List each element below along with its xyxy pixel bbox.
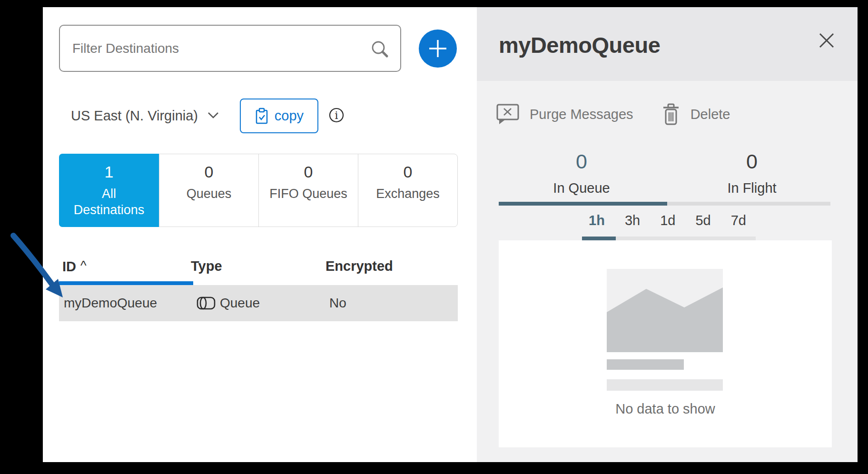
app-screen: US East (N. Virginia) copy i 1 (0, 0, 868, 474)
destination-stat-cards: 1 All Destinations 0 Queues 0 FIFO Queue… (59, 154, 458, 227)
row-encrypted-cell: No (329, 296, 346, 311)
region-label: US East (N. Virginia) (71, 108, 198, 124)
stat-card-exchanges[interactable]: 0 Exchanges (358, 154, 457, 227)
table-row-mydemoqueue[interactable]: myDemoQueue Queue No (59, 285, 458, 321)
region-selector[interactable]: US East (N. Virginia) (71, 105, 219, 127)
info-icon[interactable]: i (328, 107, 345, 124)
stat-label: FIFO Queues (259, 186, 358, 202)
stat-label: Queues (159, 186, 258, 202)
tab-1h[interactable]: 1h (589, 213, 605, 228)
purge-messages-label: Purge Messages (530, 107, 633, 122)
stat-label: Exchanges (358, 186, 457, 202)
stat-tab-in-flight[interactable]: 0 In Flight (657, 149, 847, 196)
stat-count: 0 (259, 162, 358, 182)
no-data-message: No data to show (499, 401, 832, 417)
filter-destinations-field (59, 25, 401, 72)
stat-selection-bar-active (499, 202, 667, 206)
in-flight-value: 0 (657, 149, 847, 174)
close-icon[interactable] (816, 30, 837, 51)
clipboard-check-icon (255, 108, 269, 125)
stat-card-all-destinations[interactable]: 1 All Destinations (59, 154, 159, 227)
tab-7d[interactable]: 7d (731, 213, 746, 228)
stat-tab-in-queue[interactable]: 0 In Queue (486, 149, 677, 196)
tab-1d[interactable]: 1d (660, 213, 675, 228)
stat-selection-bar (499, 202, 830, 206)
column-header-encrypted[interactable]: Encrypted (326, 258, 393, 274)
detail-panel-header: myDemoQueue (477, 7, 858, 81)
row-id-cell: myDemoQueue (64, 296, 157, 311)
console-window: US East (N. Virginia) copy i 1 (43, 7, 858, 462)
stat-count: 1 (59, 162, 159, 182)
tab-3h[interactable]: 3h (625, 213, 640, 228)
chevron-down-icon (207, 112, 219, 119)
trash-icon (662, 102, 680, 126)
in-queue-label: In Queue (486, 180, 677, 196)
search-icon (370, 39, 391, 60)
destinations-table-header: ID^ Type Encrypted (43, 258, 477, 279)
stat-card-fifo-queues[interactable]: 0 FIFO Queues (258, 154, 358, 227)
stat-count: 0 (159, 162, 258, 182)
sorted-column-indicator (59, 281, 193, 285)
purge-messages-button[interactable]: Purge Messages (496, 104, 633, 125)
sort-ascending-icon: ^ (80, 258, 87, 273)
row-type-cell: Queue (220, 296, 260, 311)
column-header-id-label: ID (62, 259, 76, 274)
delete-label: Delete (690, 107, 730, 122)
queue-actions: Purge Messages Delete (496, 102, 730, 126)
column-header-id[interactable]: ID^ (62, 258, 87, 275)
image-placeholder-mountains (607, 269, 723, 352)
queue-metrics-chart: No data to show (499, 240, 832, 447)
copy-button[interactable]: copy (240, 99, 318, 133)
in-flight-label: In Flight (657, 180, 847, 196)
queue-title: myDemoQueue (499, 32, 660, 58)
placeholder-text-bar-dark (607, 359, 684, 370)
stat-card-queues[interactable]: 0 Queues (159, 154, 258, 227)
queue-icon (197, 296, 216, 310)
plus-icon (427, 38, 448, 59)
column-header-type[interactable]: Type (191, 258, 222, 274)
no-data-image-placeholder (607, 269, 723, 352)
stat-count: 0 (358, 162, 457, 182)
filter-destinations-input[interactable] (60, 26, 400, 71)
destinations-panel: US East (N. Virginia) copy i 1 (43, 7, 477, 462)
queue-detail-panel: myDemoQueue Purge Messages (477, 7, 858, 462)
svg-text:i: i (335, 109, 338, 121)
placeholder-text-bar-light (607, 379, 723, 391)
add-destination-button[interactable] (419, 30, 457, 68)
purge-messages-icon (496, 104, 519, 125)
copy-button-label: copy (275, 108, 304, 124)
time-range-tabs: 1h 3h 1d 5d 7d (502, 213, 833, 228)
stat-label: All Destinations (69, 186, 149, 218)
in-queue-value: 0 (486, 149, 677, 174)
delete-button[interactable]: Delete (662, 102, 730, 126)
tab-5d[interactable]: 5d (695, 213, 710, 228)
